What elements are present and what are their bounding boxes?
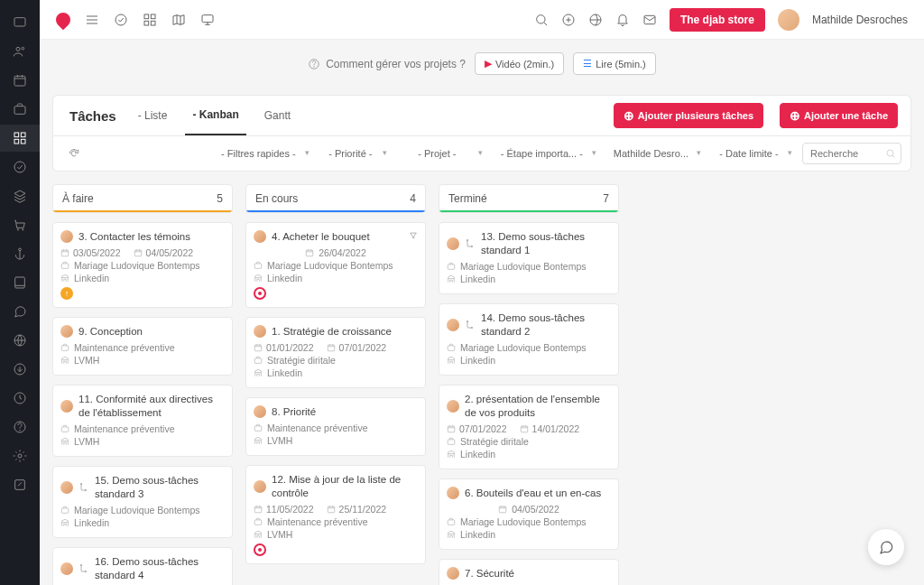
filter-icon — [409, 231, 418, 242]
card-title: 14. Demo sous-tâches standard 2 — [481, 311, 611, 339]
nav-clock[interactable] — [0, 385, 40, 412]
add-many-button[interactable]: ⊕Ajouter plusieurs tâches — [614, 103, 763, 128]
nav-calendar[interactable] — [0, 67, 40, 94]
task-card[interactable]: 9. ConceptionMaintenance préventiveLVMH — [52, 317, 233, 376]
svg-rect-63 — [499, 506, 506, 513]
filter-project[interactable]: - Projet - — [397, 144, 487, 163]
nav-book[interactable] — [0, 269, 40, 296]
nav-help[interactable] — [0, 413, 40, 441]
filter-user[interactable]: Mathilde Desro... — [606, 144, 706, 163]
nav-globe[interactable] — [0, 327, 40, 354]
svg-rect-48 — [328, 345, 335, 351]
task-card[interactable]: 8. PrioritéMaintenance préventiveLVMH — [245, 397, 426, 456]
username-label: Mathilde Desroches — [812, 14, 908, 26]
filter-stage[interactable]: - Étape importa... - — [493, 144, 601, 163]
svg-rect-34 — [61, 250, 69, 256]
project-label: Stratégie diritale — [460, 436, 529, 447]
column-header: Terminé7 — [439, 184, 619, 213]
start-date: 07/01/2022 — [459, 423, 507, 434]
video-help-button[interactable]: ▶Vidéo (2min.) — [475, 52, 564, 75]
task-card[interactable]: 4. Acheter le bouquet26/04/2022Mariage L… — [245, 222, 426, 308]
user-avatar[interactable] — [778, 9, 799, 31]
svg-rect-62 — [448, 440, 455, 444]
filter-priority[interactable]: - Priorité - — [319, 144, 392, 163]
card-title: 12. Mise à jour de la liste de contrôle — [272, 473, 418, 500]
task-card[interactable]: 1. Stratégie de croissance01/01/202207/0… — [245, 317, 426, 388]
svg-point-1 — [16, 47, 20, 51]
task-card[interactable]: 6. Bouteils d'eau et un en-cas04/05/2022… — [439, 478, 619, 550]
refresh-button[interactable] — [62, 142, 86, 165]
project-label: Mariage Ludovique Bontemps — [460, 261, 587, 272]
priority-badge — [254, 287, 266, 300]
search-box — [802, 143, 901, 164]
monitor-icon[interactable] — [200, 13, 215, 27]
check-circle-icon[interactable] — [114, 13, 128, 27]
add-one-button[interactable]: ⊕Ajouter une tâche — [780, 103, 898, 128]
nav-import[interactable] — [0, 356, 40, 383]
assignee-avatar — [254, 405, 266, 418]
card-title: 2. présentation de l'ensemble de vos pro… — [465, 393, 611, 420]
task-card[interactable]: 15. Demo sous-tâches standard 3Mariage L… — [52, 466, 233, 538]
task-card[interactable]: 3. Contacter les témoins03/05/202204/05/… — [52, 222, 233, 308]
mail-icon[interactable] — [642, 13, 657, 27]
map-icon[interactable] — [171, 13, 186, 27]
topbar-right: The djab store Mathilde Desroches — [534, 8, 908, 32]
task-card[interactable]: 11. Conformité aux directives de l'établ… — [52, 385, 233, 457]
company-label: Linkedin — [267, 367, 302, 378]
task-card[interactable]: 2. présentation de l'ensemble de vos pro… — [439, 385, 619, 469]
card-title: 4. Acheter le bouquet — [272, 230, 370, 244]
nav-contacts[interactable] — [0, 38, 40, 65]
add-icon[interactable] — [561, 13, 576, 27]
nav-briefcase[interactable] — [0, 96, 40, 123]
nav-edit[interactable] — [0, 471, 40, 498]
nav-cart[interactable] — [0, 211, 40, 238]
task-card[interactable]: 7. SécuritéMaintenance préventiveLVMH — [439, 559, 619, 585]
task-card[interactable]: 12. Mise à jour de la liste de contrôle1… — [245, 465, 426, 564]
nav-tasks[interactable] — [0, 125, 40, 152]
project-label: Maintenance préventive — [267, 516, 368, 527]
menu-icon[interactable] — [85, 13, 99, 27]
help-question: Comment gérer vos projets ? — [308, 58, 466, 70]
project-label: Mariage Ludovique Bontemps — [460, 516, 587, 527]
tab-list[interactable]: - Liste — [131, 97, 175, 135]
sidebar — [0, 0, 40, 585]
kanban-board: À faire5 3. Contacter les témoins03/05/2… — [52, 184, 911, 585]
svg-point-12 — [19, 248, 22, 251]
start-date: 03/05/2022 — [73, 247, 121, 258]
end-date: 07/01/2022 — [339, 342, 387, 353]
nav-dashboard[interactable] — [0, 9, 40, 36]
svg-rect-30 — [644, 15, 655, 23]
nav-anchor[interactable] — [0, 240, 40, 267]
company-label: Linkedin — [74, 517, 109, 528]
chat-fab[interactable] — [868, 529, 904, 565]
start-date: 04/05/2022 — [512, 504, 559, 515]
tab-kanban[interactable]: - Kanban — [185, 96, 245, 135]
project-label: Stratégie diritale — [267, 355, 336, 366]
nav-chat[interactable] — [0, 298, 40, 325]
priority-badge: ↑ — [60, 287, 73, 300]
topbar-left-icons — [85, 13, 215, 27]
assignee-avatar — [447, 567, 459, 580]
grid-icon[interactable] — [143, 13, 157, 27]
assignee-avatar — [254, 325, 266, 338]
filter-deadline[interactable]: - Date limite - — [711, 144, 797, 163]
bell-icon[interactable] — [615, 13, 630, 27]
globe-icon[interactable] — [588, 13, 603, 27]
assignee-avatar — [447, 487, 459, 499]
task-card[interactable]: 14. Demo sous-tâches standard 2Mariage L… — [439, 303, 619, 376]
svg-point-27 — [537, 14, 545, 23]
read-help-button[interactable]: ☰Lire (5min.) — [573, 52, 656, 75]
nav-check[interactable] — [0, 153, 40, 181]
card-title: 1. Stratégie de croissance — [272, 325, 392, 339]
nav-settings[interactable] — [0, 442, 40, 469]
nav-layers[interactable] — [0, 182, 40, 209]
tab-gantt[interactable]: Gantt — [257, 97, 298, 135]
filter-quick[interactable]: - Filtres rapides - — [213, 144, 314, 163]
column-todo: À faire5 3. Contacter les témoins03/05/2… — [52, 184, 233, 585]
task-card[interactable]: 13. Demo sous-tâches standard 1Mariage L… — [439, 222, 619, 294]
store-button[interactable]: The djab store — [670, 8, 765, 32]
column-header: En cours4 — [245, 184, 426, 213]
task-card[interactable]: 16. Demo sous-tâches standard 4Mariage L… — [52, 547, 233, 585]
search-icon[interactable] — [534, 13, 549, 27]
project-label: Maintenance préventive — [74, 423, 175, 434]
